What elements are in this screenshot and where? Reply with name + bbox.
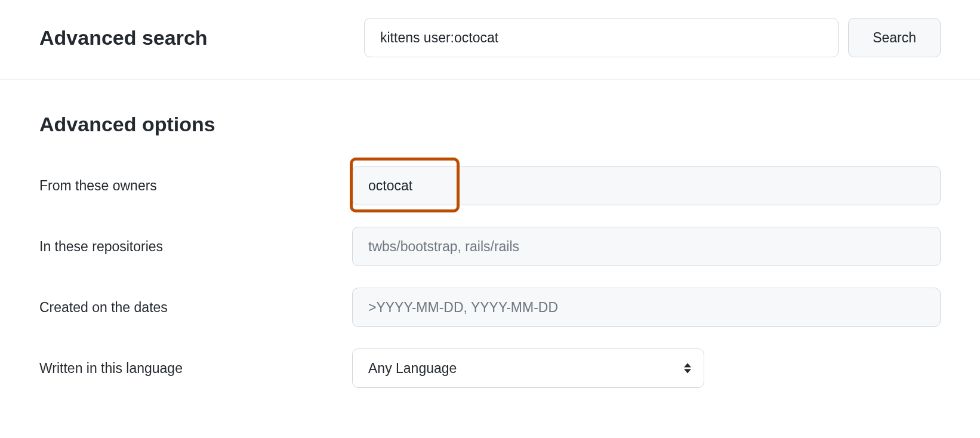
advanced-options-section: Advanced options From these owners In th… <box>0 79 980 427</box>
search-input[interactable] <box>364 18 839 57</box>
repositories-row: In these repositories <box>39 227 941 266</box>
section-title: Advanced options <box>39 113 941 136</box>
created-row: Created on the dates <box>39 288 941 327</box>
language-select-wrap: Any Language <box>352 348 704 388</box>
created-field-wrap <box>352 288 941 327</box>
created-input[interactable] <box>352 288 941 327</box>
page-title: Advanced search <box>39 26 352 50</box>
repositories-input[interactable] <box>352 227 941 266</box>
owners-label: From these owners <box>39 178 352 194</box>
language-label: Written in this language <box>39 360 352 377</box>
search-button[interactable]: Search <box>848 18 941 57</box>
repositories-field-wrap <box>352 227 941 266</box>
language-field-wrap: Any Language <box>352 348 941 388</box>
owners-row: From these owners <box>39 166 941 205</box>
language-row: Written in this language Any Language <box>39 348 941 388</box>
search-header: Advanced search Search <box>0 0 980 79</box>
search-input-wrap: Search <box>364 18 941 57</box>
repositories-label: In these repositories <box>39 239 352 255</box>
created-label: Created on the dates <box>39 300 352 316</box>
owners-field-wrap <box>352 166 941 205</box>
owners-input[interactable] <box>352 166 941 205</box>
language-select[interactable]: Any Language <box>352 348 704 388</box>
